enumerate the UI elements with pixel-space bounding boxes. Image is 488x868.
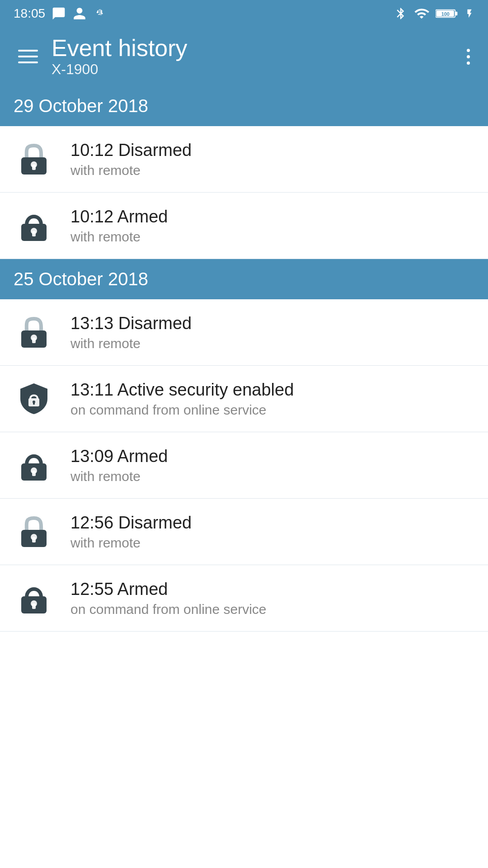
status-bar: 18:05 100 bbox=[0, 0, 488, 27]
event-text: 12:56 Disarmedwith remote bbox=[70, 513, 474, 551]
hamburger-line-3 bbox=[18, 61, 38, 63]
more-dot-3 bbox=[467, 61, 470, 65]
svg-text:100: 100 bbox=[441, 11, 450, 17]
event-text: 10:12 Disarmedwith remote bbox=[70, 140, 474, 178]
app-bar: Event history X-1900 bbox=[0, 27, 488, 86]
status-bar-right: 100 bbox=[394, 6, 474, 21]
svg-rect-6 bbox=[32, 165, 36, 170]
event-subtitle: with remote bbox=[70, 535, 474, 551]
hamburger-line-2 bbox=[18, 56, 38, 57]
svg-rect-9 bbox=[32, 231, 36, 236]
charging-icon bbox=[465, 7, 474, 20]
person-icon bbox=[72, 6, 87, 21]
event-subtitle: with remote bbox=[70, 336, 474, 351]
lock-open-icon bbox=[14, 312, 54, 353]
event-list: 29 October 2018 10:12 Disarmedwith remot… bbox=[0, 86, 488, 632]
svg-rect-15 bbox=[33, 402, 35, 405]
event-text: 12:55 Armedon command from online servic… bbox=[70, 579, 474, 617]
event-subtitle: with remote bbox=[70, 469, 474, 484]
device-subtitle: X-1900 bbox=[52, 61, 462, 78]
event-subtitle: with remote bbox=[70, 163, 474, 178]
shield-icon bbox=[14, 378, 54, 419]
list-item[interactable]: 12:55 Armedon command from online servic… bbox=[0, 565, 488, 632]
more-dot-1 bbox=[467, 49, 470, 52]
page-title: Event history bbox=[52, 35, 462, 61]
event-title: 10:12 Disarmed bbox=[70, 140, 474, 161]
list-item[interactable]: 13:13 Disarmedwith remote bbox=[0, 299, 488, 366]
list-item[interactable]: 10:12 Disarmedwith remote bbox=[0, 126, 488, 193]
wifi-icon bbox=[414, 6, 429, 21]
event-title: 12:56 Disarmed bbox=[70, 513, 474, 533]
lock-closed-icon bbox=[14, 445, 54, 486]
lock-closed-icon bbox=[14, 205, 54, 246]
lock-closed-icon bbox=[14, 578, 54, 618]
battery-icon: 100 bbox=[436, 7, 458, 20]
event-text: 10:12 Armedwith remote bbox=[70, 207, 474, 245]
more-dot-2 bbox=[467, 55, 470, 58]
svg-rect-12 bbox=[32, 338, 36, 343]
lock-open-icon bbox=[14, 139, 54, 179]
lock-open-icon bbox=[14, 511, 54, 552]
event-text: 13:09 Armedwith remote bbox=[70, 446, 474, 484]
event-subtitle: with remote bbox=[70, 229, 474, 245]
svg-rect-24 bbox=[32, 604, 36, 609]
event-text: 13:11 Active security enabledon command … bbox=[70, 380, 474, 418]
event-subtitle: on command from online service bbox=[70, 402, 474, 418]
svg-rect-18 bbox=[32, 471, 36, 476]
list-item[interactable]: 13:09 Armedwith remote bbox=[0, 432, 488, 499]
list-item[interactable]: 12:56 Disarmedwith remote bbox=[0, 499, 488, 565]
svg-rect-1 bbox=[455, 12, 457, 15]
message-icon bbox=[52, 6, 66, 21]
event-text: 13:13 Disarmedwith remote bbox=[70, 313, 474, 351]
event-title: 10:12 Armed bbox=[70, 207, 474, 227]
event-title: 13:09 Armed bbox=[70, 446, 474, 467]
event-title: 13:11 Active security enabled bbox=[70, 380, 474, 401]
date-header-1: 25 October 2018 bbox=[0, 259, 488, 299]
app-bar-title: Event history X-1900 bbox=[52, 35, 462, 78]
svg-rect-21 bbox=[32, 537, 36, 542]
list-item[interactable]: 13:11 Active security enabledon command … bbox=[0, 366, 488, 432]
date-header-0: 29 October 2018 bbox=[0, 86, 488, 126]
list-item[interactable]: 10:12 Armedwith remote bbox=[0, 193, 488, 259]
status-time: 18:05 bbox=[14, 6, 45, 21]
status-bar-left: 18:05 bbox=[14, 6, 108, 21]
usb-icon bbox=[93, 6, 108, 21]
event-title: 13:13 Disarmed bbox=[70, 313, 474, 334]
event-title: 12:55 Armed bbox=[70, 579, 474, 600]
bluetooth-icon bbox=[394, 7, 408, 20]
hamburger-button[interactable] bbox=[14, 45, 42, 68]
event-subtitle: on command from online service bbox=[70, 602, 474, 617]
more-options-button[interactable] bbox=[462, 44, 474, 69]
hamburger-line-1 bbox=[18, 50, 38, 52]
